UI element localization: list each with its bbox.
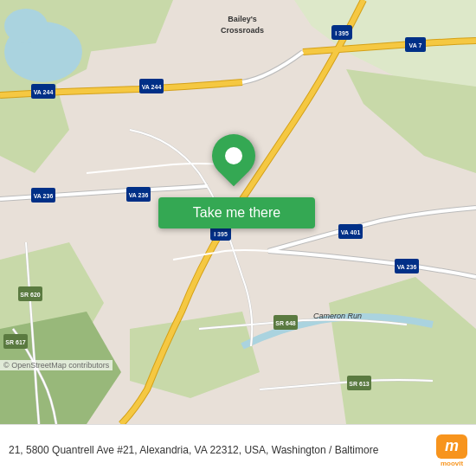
svg-text:VA 401: VA 401 xyxy=(341,229,361,235)
info-bar: 21, 5800 Quantrell Ave #21, Alexandria, … xyxy=(0,424,476,476)
sr648-shield: SR 648 xyxy=(273,315,298,330)
svg-text:I 395: I 395 xyxy=(335,30,349,36)
sr617-shield: SR 617 xyxy=(3,334,28,349)
sr620-shield: SR 620 xyxy=(18,286,42,301)
moovit-logo: m moovit xyxy=(436,434,467,467)
va7-shield: VA 7 xyxy=(405,37,426,52)
location-pin xyxy=(212,134,255,177)
svg-text:VA 236: VA 236 xyxy=(34,193,54,199)
svg-text:SR 648: SR 648 xyxy=(275,320,295,326)
svg-text:VA 236: VA 236 xyxy=(129,192,149,198)
svg-text:SR 620: SR 620 xyxy=(20,292,40,298)
address-text: 21, 5800 Quantrell Ave #21, Alexandria, … xyxy=(9,443,429,458)
va236-shield2: VA 236 xyxy=(126,187,151,202)
svg-text:SR 617: SR 617 xyxy=(5,339,25,345)
map-container: I 395 I 395 VA 7 VA 244 VA 244 VA 236 VA… xyxy=(0,0,476,424)
va244-shield2: VA 244 xyxy=(139,79,164,93)
svg-text:VA 244: VA 244 xyxy=(34,89,54,95)
moovit-label: moovit xyxy=(441,460,463,467)
pin-dot xyxy=(225,147,242,164)
sr613-shield: SR 613 xyxy=(347,376,371,390)
svg-text:VA 236: VA 236 xyxy=(397,264,417,270)
water-nw2 xyxy=(4,9,48,43)
svg-text:SR 613: SR 613 xyxy=(349,381,369,387)
cameron-run-label: Cameron Run xyxy=(313,312,362,320)
pin-body xyxy=(203,125,265,187)
svg-text:VA 7: VA 7 xyxy=(409,42,422,48)
va236-shield3: VA 236 xyxy=(395,259,419,273)
svg-text:VA 244: VA 244 xyxy=(142,84,162,90)
take-me-there-button[interactable]: Take me there xyxy=(158,197,315,228)
baileys-crossroads-label2: Crossroads xyxy=(221,26,264,35)
i395-shield: I 395 xyxy=(331,25,352,40)
va401-shield: VA 401 xyxy=(338,224,363,239)
svg-text:I 395: I 395 xyxy=(214,231,228,237)
baileys-crossroads-label: Bailey's xyxy=(228,15,257,23)
va236-shield1: VA 236 xyxy=(31,188,55,203)
va244-shield1: VA 244 xyxy=(31,84,55,99)
moovit-icon: m xyxy=(436,434,467,459)
osm-attribution: © OpenStreetMap contributors xyxy=(0,360,113,370)
